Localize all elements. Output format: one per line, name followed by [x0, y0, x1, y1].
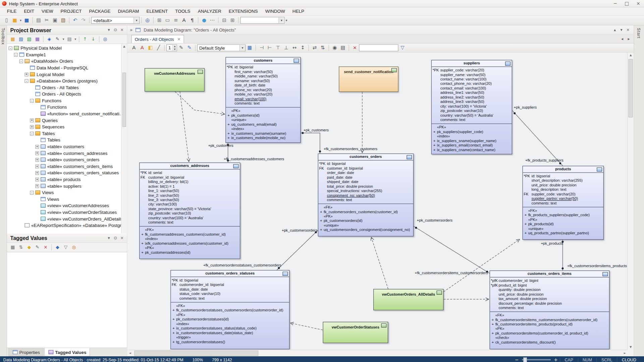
attribute-row[interactable]: comments: text [490, 306, 608, 310]
align-top-icon[interactable]: ⊤ [274, 44, 282, 51]
pin-icon[interactable]: ⊙ [112, 234, 119, 242]
assoc-customersorders-statuses[interactable] [277, 230, 318, 270]
tree-item[interactable]: Views [7, 196, 127, 202]
key-row[interactable]: +fk_customersaddresses_customers(custome… [140, 232, 239, 237]
menu-extensions[interactable]: EXTENSIONS [225, 7, 262, 15]
tv-filter-icon[interactable]: ▽ [62, 244, 69, 251]
menu-analyzer[interactable]: ANALYZER [194, 7, 225, 15]
delete-icon[interactable]: × [351, 44, 359, 51]
tree-item[interactable]: «function» send_customer_notificati... [7, 110, 127, 117]
tagged-values-body[interactable] [7, 252, 127, 348]
new-attribute-icon[interactable]: ▩ [34, 36, 41, 43]
frame-icon[interactable]: ▭ [164, 17, 171, 24]
scroll-down-icon[interactable]: ▼ [628, 345, 634, 350]
toolbox-strip-label[interactable]: Toolbox [1, 28, 5, 45]
attribute-row[interactable]: country: varchar(50) = 'Australia' [432, 113, 511, 118]
tree-item[interactable]: +«table» suppliers [7, 183, 127, 189]
scroll-right-icon[interactable]: ► [622, 351, 628, 356]
key-row[interactable]: +fk_customersordersstatuses_customersord… [171, 308, 288, 313]
menu-tools[interactable]: TOOLS [171, 7, 194, 15]
attribute-row[interactable]: FKsupplier_code: varchar(20) [523, 192, 603, 196]
search-combo[interactable]: ▾ [240, 17, 284, 24]
attribute-row[interactable]: consignment_no: varchar(50) [318, 193, 412, 198]
horizontal-scrollbar[interactable]: ◄ ► [127, 350, 628, 356]
attribute-row[interactable]: zip_postcode: varchar(10) [432, 109, 511, 113]
tree-item[interactable]: «view» vwCustomerOrderStatuses [7, 209, 127, 216]
expand-toggle-icon[interactable]: + [35, 178, 39, 181]
align-left-icon[interactable]: ⊣ [258, 44, 265, 51]
list-icon[interactable]: ≡ [172, 17, 179, 24]
attribute-row[interactable]: supplier_partno: varchar(50) [523, 197, 603, 201]
attribute-row[interactable]: zip_postcode: varchar(10) [140, 212, 239, 216]
menu-help[interactable]: HELP [289, 7, 308, 15]
menu-diagram[interactable]: DIAGRAM [114, 7, 143, 15]
attribute-row[interactable]: comments: text [432, 118, 511, 122]
key-row[interactable]: +ixfk_customersaddresses_customers(custo… [140, 241, 239, 246]
spin-up-icon[interactable]: ▲ [173, 45, 177, 48]
tree-item[interactable]: +Queries [7, 117, 127, 124]
attribute-row[interactable]: FKcustomerorder_id: bigserial [171, 283, 288, 287]
attribute-row[interactable]: comments: text [226, 101, 299, 106]
move-up-icon[interactable]: ↑ [81, 36, 89, 43]
key-row[interactable]: +ix_customersordersstatuses_status(statu… [171, 326, 288, 330]
attribute-row[interactable]: quantity: double precision [490, 288, 608, 292]
chevron-down-icon[interactable]: ▾ [106, 234, 112, 242]
tree-item[interactable]: +«table» customers_orders [7, 157, 127, 163]
default-combo[interactable]: <default>▾ [91, 17, 140, 24]
key-row[interactable]: +ix_customersordersstatuses_date(status_… [171, 331, 288, 335]
tree-item[interactable]: Functions [7, 104, 127, 111]
assoc-suppliers-products[interactable] [512, 110, 563, 166]
layout-icon[interactable]: ▤ [66, 36, 73, 43]
style-combo[interactable]: Default Style▾ [197, 44, 246, 51]
expand-toggle-icon[interactable]: - [30, 191, 34, 194]
tree-item[interactable]: -Functions [7, 97, 127, 104]
new-element-icon[interactable]: ▨ [25, 36, 33, 43]
start-strip-label[interactable]: Start [637, 28, 641, 39]
space-vertical-icon[interactable]: ⇅ [319, 44, 326, 51]
attribute-row[interactable]: address_line3: varchar(50) [432, 100, 511, 104]
expand-toggle-icon[interactable]: + [35, 158, 39, 162]
attribute-row[interactable]: address_line1: varchar(50) [432, 91, 511, 95]
attribute-row[interactable]: order_date: date [318, 171, 412, 175]
attribute-row[interactable]: line_3: varchar(50) [140, 198, 239, 202]
chevron-down-icon[interactable]: ▾ [106, 26, 112, 34]
space-horizontal-icon[interactable]: ⇄ [311, 44, 318, 51]
tv-edit-icon[interactable]: ✎ [34, 244, 41, 251]
view-vwCustomerOrderStatuses[interactable]: vwCustomerOrderStatuses [323, 322, 388, 343]
attribute-row[interactable]: *PKid: bigserial [523, 174, 603, 178]
key-row[interactable]: +fk_products_suppliers(supplier_code) [523, 213, 603, 218]
tree-item[interactable]: -Views [7, 189, 127, 196]
panel-collapse-icon[interactable]: » [130, 27, 132, 33]
menu-package[interactable]: PACKAGE [85, 7, 114, 15]
bottom-tab-tagged-values[interactable]: Tagged Values [44, 348, 90, 356]
attribute-row[interactable]: comments: text [318, 198, 412, 202]
attribute-row[interactable]: *pfKproduct_id: bigint [490, 283, 608, 288]
entity-customers_orders_items[interactable]: customers_orders_items*pfKcustomerorder_… [490, 270, 610, 349]
tree-item[interactable]: -«Database» Orders (postgres) [7, 77, 127, 84]
attribute-row[interactable]: *pfKcustomerorder_id: bigint [490, 279, 608, 283]
key-row[interactable]: +tg_customersordersstatuses() [171, 340, 288, 344]
key-row[interactable]: +uq_products_partno(supplier_partno) [523, 231, 603, 235]
attribute-row[interactable]: *PKid: serial [140, 171, 239, 175]
key-row[interactable]: +fk_customersorders_customers(customer_i… [318, 210, 412, 214]
attribute-row[interactable]: address_line2: varchar(50) [432, 95, 511, 100]
menu-file[interactable]: FILE [3, 7, 20, 15]
expand-toggle-icon[interactable]: - [19, 59, 23, 63]
close-icon[interactable]: × [119, 26, 125, 34]
attribute-row[interactable]: status_code: varchar(10) [171, 292, 288, 296]
expand-toggle-icon[interactable]: - [30, 131, 34, 135]
attribute-row[interactable]: special_instructions: varchar(255) [318, 189, 412, 193]
key-row[interactable]: +pk_customersaddresses(id) [140, 250, 239, 255]
attribute-row[interactable]: date_of_birth: date [226, 83, 299, 88]
expand-toggle-icon[interactable]: - [14, 53, 18, 56]
assoc-customersorders-items[interactable] [414, 226, 490, 274]
zoom-slider-thumb[interactable] [523, 357, 527, 362]
spin-down-icon[interactable]: ▼ [173, 48, 177, 51]
close-icon[interactable]: × [119, 234, 125, 242]
fill-color-icon[interactable]: ◧ [147, 44, 154, 51]
key-row[interactable]: +uq_customers_email(email) [226, 122, 299, 127]
key-row[interactable]: +fk_customersordersitems_customersorders… [490, 318, 608, 322]
attribute-row[interactable]: phone_no: varchar(20) [226, 88, 299, 92]
script-icon[interactable]: ⋯ [209, 17, 216, 24]
tv-delete-icon[interactable]: × [42, 244, 49, 251]
